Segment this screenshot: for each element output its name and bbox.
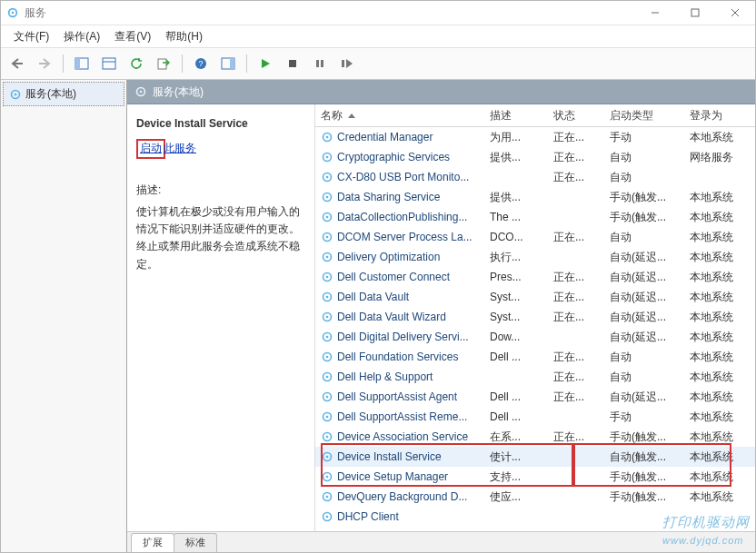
nav-back-button[interactable] — [6, 53, 28, 74]
properties-button[interactable] — [98, 53, 120, 74]
close-button[interactable] — [715, 1, 755, 25]
start-service-button[interactable] — [254, 53, 276, 74]
col-name[interactable]: 名称 — [315, 108, 484, 123]
table-row[interactable]: Dell Foundation ServicesDell ...正在...自动本… — [315, 347, 755, 367]
table-row[interactable]: Dell Digital Delivery Servi...Dow...自动(延… — [315, 327, 755, 347]
cell-desc: Dell ... — [484, 351, 548, 363]
restart-service-button[interactable] — [336, 53, 358, 74]
table-row[interactable]: Dell SupportAssist Reme...Dell ...手动本地系统 — [315, 407, 755, 427]
cell-start: 手动(触发... — [604, 210, 684, 225]
cell-start: 自动(延迟... — [604, 270, 684, 285]
col-start[interactable]: 启动类型 — [604, 108, 684, 123]
action-pane-button[interactable] — [217, 53, 239, 74]
col-status[interactable]: 状态 — [548, 108, 604, 123]
svg-point-30 — [326, 196, 329, 199]
menu-view[interactable]: 查看(V) — [109, 27, 156, 46]
stop-service-button[interactable] — [282, 53, 303, 74]
cell-logon: 本地系统 — [684, 190, 755, 205]
cell-status: 正在... — [548, 310, 604, 325]
svg-point-62 — [326, 516, 329, 518]
table-row[interactable]: Credential Manager为用...正在...手动本地系统 — [315, 127, 755, 147]
window-title: 服务 — [25, 5, 46, 21]
svg-point-26 — [326, 156, 329, 159]
cell-logon: 本地系统 — [684, 430, 755, 445]
col-desc[interactable]: 描述 — [484, 108, 548, 123]
svg-point-20 — [15, 93, 17, 95]
table-row[interactable]: Dell Data VaultSyst...正在...自动(延迟...本地系统 — [315, 287, 755, 307]
start-service-link-tail[interactable]: 此服务 — [164, 142, 196, 154]
cell-name: DataCollectionPublishing... — [315, 211, 484, 223]
toolbar-separator — [182, 54, 183, 73]
gear-icon — [321, 131, 333, 143]
table-row[interactable]: DevQuery Background D...使应...手动(触发...本地系… — [315, 487, 755, 507]
col-logon[interactable]: 登录为 — [684, 108, 755, 123]
window-root: 服务 文件(F) 操作(A) 查看(V) 帮助(H) ? 服 — [0, 0, 756, 553]
pause-service-button[interactable] — [309, 53, 331, 74]
cell-status: 正在... — [548, 230, 604, 245]
svg-rect-15 — [289, 60, 296, 67]
help-button[interactable]: ? — [190, 53, 212, 74]
svg-rect-17 — [321, 60, 323, 67]
show-hide-pane-button[interactable] — [71, 53, 93, 74]
gear-icon — [321, 510, 333, 523]
svg-point-44 — [326, 336, 329, 339]
cell-start: 自动 — [604, 370, 684, 385]
table-row[interactable]: Data Sharing Service提供...手动(触发...本地系统 — [315, 187, 755, 207]
svg-rect-3 — [691, 9, 699, 16]
menu-file[interactable]: 文件(F) — [8, 27, 55, 46]
table-row[interactable]: CX-D80 USB Port Monito...正在...自动 — [315, 167, 755, 187]
table-row[interactable]: Cryptographic Services提供...正在...自动网络服务 — [315, 147, 755, 167]
minimize-button[interactable] — [635, 1, 675, 25]
toolbar-separator — [246, 54, 247, 73]
export-list-button[interactable] — [153, 53, 174, 74]
cell-name: Device Install Service — [315, 450, 484, 463]
cell-status: 正在... — [548, 150, 604, 165]
table-row[interactable]: Device Install Service使计...自动(触发...本地系统 — [315, 447, 755, 467]
svg-point-60 — [326, 496, 329, 499]
svg-rect-14 — [230, 58, 234, 69]
menu-help[interactable]: 帮助(H) — [160, 27, 208, 46]
cell-desc: Dow... — [484, 331, 548, 343]
main-pane: 服务(本地) Device Install Service 启动 此服务 描述:… — [127, 80, 755, 552]
svg-point-48 — [326, 376, 329, 379]
cell-start: 手动 — [604, 410, 684, 425]
cell-start: 手动(触发... — [604, 430, 684, 445]
pane-header: 服务(本地) — [127, 80, 755, 104]
table-row[interactable]: Dell Customer ConnectPres...正在...自动(延迟..… — [315, 267, 755, 287]
svg-point-38 — [326, 276, 329, 279]
gear-icon — [321, 191, 333, 203]
cell-start: 手动 — [604, 130, 684, 145]
tab-extended[interactable]: 扩展 — [131, 533, 174, 552]
cell-start: 自动(延迟... — [604, 310, 684, 325]
cell-logon: 本地系统 — [684, 270, 755, 285]
table-row[interactable]: DCOM Server Process La...DCO...正在...自动本地… — [315, 227, 755, 247]
nav-node-services-local[interactable]: 服务(本地) — [3, 82, 124, 106]
nav-forward-button[interactable] — [34, 53, 55, 74]
maximize-button[interactable] — [675, 1, 715, 25]
column-headers: 名称 描述 状态 启动类型 登录为 — [315, 104, 755, 127]
titlebar: 服务 — [1, 1, 755, 25]
gear-icon — [321, 351, 333, 363]
list-wrap: 名称 描述 状态 启动类型 登录为 Credential Manager为用..… — [315, 104, 755, 531]
cell-desc: Dell ... — [484, 390, 548, 403]
table-row[interactable]: Dell Data Vault WizardSyst...正在...自动(延迟.… — [315, 307, 755, 327]
table-row[interactable]: Delivery Optimization执行...自动(延迟...本地系统 — [315, 247, 755, 267]
menu-action[interactable]: 操作(A) — [58, 27, 105, 46]
table-row[interactable]: Device Setup Manager支持...手动(触发...本地系统 — [315, 467, 755, 487]
cell-desc: Syst... — [484, 311, 548, 323]
table-row[interactable]: Dell SupportAssist AgentDell ...正在...自动(… — [315, 387, 755, 407]
cell-name: Dell Foundation Services — [315, 351, 484, 363]
cell-logon: 本地系统 — [684, 250, 755, 265]
table-row[interactable]: DataCollectionPublishing...The ...手动(触发.… — [315, 207, 755, 227]
cell-name: Dell Digital Delivery Servi... — [315, 331, 484, 343]
table-row[interactable]: Dell Help & Support正在...自动本地系统 — [315, 367, 755, 387]
start-service-link[interactable]: 启动 — [140, 142, 162, 154]
refresh-button[interactable] — [125, 53, 147, 74]
tab-standard[interactable]: 标准 — [174, 533, 217, 552]
cell-logon: 本地系统 — [684, 290, 755, 305]
menubar: 文件(F) 操作(A) 查看(V) 帮助(H) — [1, 25, 755, 48]
cell-logon: 本地系统 — [684, 390, 755, 405]
cell-status: 正在... — [548, 170, 604, 185]
table-row[interactable]: Device Association Service在系...正在...手动(触… — [315, 427, 755, 447]
cell-desc: 提供... — [484, 150, 548, 165]
